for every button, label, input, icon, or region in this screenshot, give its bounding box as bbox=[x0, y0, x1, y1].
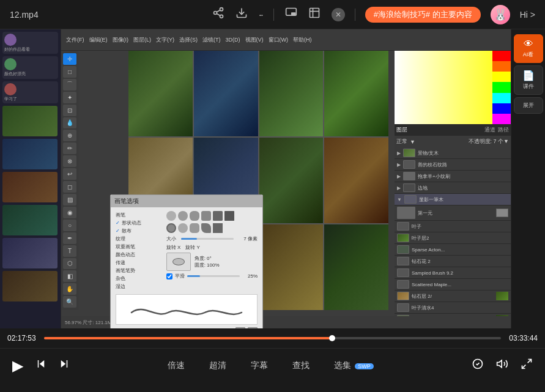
layer-item-11[interactable]: Scattered Maple... bbox=[395, 279, 511, 290]
download-icon[interactable] bbox=[235, 7, 248, 22]
subtitle-control[interactable]: 字幕 bbox=[251, 360, 268, 371]
ps-menu-layer[interactable]: 图层(L) bbox=[133, 36, 151, 44]
brush-btn-right[interactable]: ▷ bbox=[248, 327, 258, 328]
ps-tool-lasso[interactable]: ⌒ bbox=[63, 79, 76, 91]
ps-menu-3d[interactable]: 3D(D) bbox=[226, 37, 240, 43]
ps-menu-filter[interactable]: 滤镜(T) bbox=[202, 36, 221, 44]
thumbnail-2[interactable] bbox=[2, 139, 57, 169]
thumbnail-3[interactable] bbox=[2, 172, 57, 202]
brush-preset-7[interactable] bbox=[166, 223, 176, 233]
ps-tool-text[interactable]: T bbox=[63, 245, 76, 257]
layer-item-0[interactable]: ▶ 景物/支木 bbox=[395, 147, 511, 159]
select-control[interactable]: 选集 SWP bbox=[334, 360, 373, 371]
ps-menu-edit[interactable]: 编辑(E) bbox=[89, 36, 108, 44]
collect-button[interactable] bbox=[472, 358, 484, 373]
thumbnail-5[interactable] bbox=[2, 238, 57, 268]
layer-item-10[interactable]: Sampled Brush 9.2 bbox=[395, 267, 511, 279]
brush-opt-scatter[interactable]: ✓散布 bbox=[116, 227, 161, 235]
brush-opt-dual[interactable]: 双重画笔 bbox=[116, 243, 161, 251]
smooth-slider[interactable] bbox=[187, 275, 240, 277]
brush-preset-2[interactable] bbox=[178, 211, 188, 221]
ps-tool-select[interactable]: □ bbox=[63, 66, 76, 78]
ps-tool-eraser[interactable]: ◻ bbox=[63, 181, 76, 193]
play-button[interactable]: ▶ bbox=[12, 357, 23, 374]
pip-icon[interactable] bbox=[285, 7, 297, 22]
brush-preset-6[interactable] bbox=[224, 211, 234, 221]
ps-menu-text[interactable]: 文字(Y) bbox=[156, 36, 174, 44]
speed-control[interactable]: 倍速 bbox=[168, 360, 185, 371]
angle-preview[interactable] bbox=[166, 253, 191, 271]
avatar[interactable]: 🐰 bbox=[491, 5, 510, 24]
layer-item-2[interactable]: ▶ 拖拿羊+小纹刷 bbox=[395, 171, 511, 182]
hi-label[interactable]: Hi > bbox=[520, 10, 535, 20]
ps-menu-image[interactable]: 图像(I) bbox=[113, 36, 129, 44]
share-icon[interactable] bbox=[212, 7, 224, 22]
layer-item-8[interactable]: Sparse Acton... bbox=[395, 244, 511, 256]
brush-preset-3[interactable] bbox=[190, 211, 199, 221]
ps-tool-zoom[interactable]: 🔍 bbox=[63, 296, 76, 308]
ps-tool-move[interactable]: ✛ bbox=[63, 53, 76, 65]
brush-opt-pose[interactable]: 画笔笔势 bbox=[116, 267, 161, 275]
layer-item-9[interactable]: 钻石花 2 bbox=[395, 256, 511, 267]
more-icon[interactable]: ··· bbox=[259, 10, 262, 20]
thumbnail-6[interactable] bbox=[2, 271, 57, 301]
ps-tool-heal[interactable]: ⊕ bbox=[63, 130, 76, 141]
layer-item-1[interactable]: ▶ 善的枝石纹路 bbox=[395, 159, 511, 171]
course-btn[interactable]: 📄 课件 bbox=[514, 65, 543, 95]
brush-opt-shape[interactable]: ✓形状动态 bbox=[116, 219, 161, 227]
path-tab[interactable]: 路径 bbox=[498, 126, 509, 134]
fullscreen-button[interactable] bbox=[521, 358, 533, 373]
opacity-val[interactable]: 不透明度: 7 个▼ bbox=[469, 138, 509, 146]
ps-tool-path[interactable]: ⬡ bbox=[63, 258, 76, 270]
ps-tool-brush[interactable]: ✏ bbox=[63, 142, 76, 154]
layer-item-5[interactable]: 第一元 bbox=[395, 205, 511, 221]
ps-tool-blur[interactable]: ◉ bbox=[63, 207, 76, 218]
thumbnail-4[interactable] bbox=[2, 205, 57, 235]
ps-tool-clone[interactable]: ⊗ bbox=[63, 155, 76, 167]
quality-control[interactable]: 超清 bbox=[209, 360, 226, 371]
size-slider[interactable] bbox=[181, 238, 234, 240]
layer-item-13[interactable]: 叶子清水4 bbox=[395, 302, 511, 314]
brush-preset-5[interactable] bbox=[213, 211, 223, 221]
ps-tool-history[interactable]: ↩ bbox=[63, 168, 76, 180]
brush-opt-wet[interactable]: 湿边 bbox=[116, 283, 161, 290]
brush-opt-color[interactable]: 颜色动态 bbox=[116, 251, 161, 259]
ps-menu-window[interactable]: 窗口(W) bbox=[269, 36, 289, 44]
channel-tab[interactable]: 通道 bbox=[484, 126, 495, 134]
brush-preset-10[interactable] bbox=[201, 223, 211, 233]
ps-tool-eyedrop[interactable]: 💧 bbox=[63, 117, 76, 129]
brush-opt-brush[interactable]: 画笔 bbox=[116, 211, 161, 219]
ps-tool-pen[interactable]: ✒ bbox=[63, 232, 76, 244]
ai-look-btn[interactable]: 👁 AI看 bbox=[514, 34, 543, 63]
ps-menu-view[interactable]: 视图(V) bbox=[245, 36, 264, 44]
blend-mode[interactable]: 正常 bbox=[396, 138, 407, 146]
close-icon[interactable]: ✕ bbox=[332, 8, 345, 21]
prev-frame-button[interactable] bbox=[35, 358, 46, 372]
layer-item-6[interactable]: 叶子 bbox=[395, 221, 511, 232]
expand-btn[interactable]: 展开 bbox=[514, 97, 543, 114]
layer-panel-tab[interactable]: 图层 bbox=[396, 126, 482, 134]
brush-btn-left[interactable]: ◁ bbox=[235, 327, 245, 328]
layer-item-4[interactable]: ▼ 显影一筆木 bbox=[395, 194, 511, 205]
ps-menu-file[interactable]: 文件(F) bbox=[66, 36, 84, 44]
progress-bar[interactable] bbox=[44, 337, 501, 339]
layer-item-7[interactable]: 叶子层2 bbox=[395, 232, 511, 244]
brush-opt-texture[interactable]: 纹理 bbox=[116, 235, 161, 243]
layer-item-12[interactable]: 钻石层 2/ bbox=[395, 290, 511, 302]
brush-opt-transfer[interactable]: 传递 bbox=[116, 259, 161, 267]
brush-preset-8[interactable] bbox=[178, 223, 188, 233]
ps-menu-help[interactable]: 帮助(H) bbox=[293, 36, 312, 44]
brush-preset-1[interactable] bbox=[166, 211, 176, 221]
ps-color-panel[interactable] bbox=[395, 51, 511, 124]
find-control[interactable]: 查找 bbox=[292, 360, 310, 371]
smooth-check[interactable] bbox=[166, 273, 172, 279]
ps-menu-select[interactable]: 选择(S) bbox=[179, 36, 198, 44]
ps-tool-dodge[interactable]: ○ bbox=[63, 220, 76, 231]
brush-preset-11[interactable] bbox=[213, 223, 223, 233]
crop-icon[interactable] bbox=[308, 7, 321, 22]
ps-tool-shape[interactable]: ◧ bbox=[63, 270, 76, 282]
layer-item-3[interactable]: ▶ 边地 bbox=[395, 182, 511, 194]
next-frame-button[interactable] bbox=[59, 358, 70, 372]
ps-tool-magic[interactable]: ✦ bbox=[63, 92, 76, 103]
ps-tool-gradient[interactable]: ▨ bbox=[63, 194, 76, 205]
